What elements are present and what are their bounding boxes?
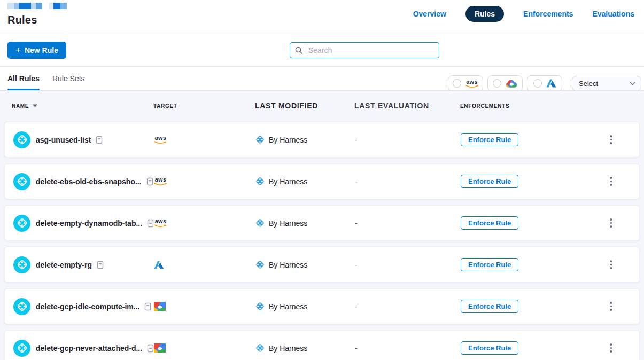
enforce-rule-button[interactable]: Enforce Rule [461,300,518,313]
column-header-last-modified: LAST MODIFIED [249,101,354,110]
last-modified-by: By Harness [269,344,307,353]
nav-evaluations[interactable]: Evaluations [592,6,634,21]
plus-icon: + [15,45,21,54]
governance-rule-icon [17,135,27,145]
aws-logo: aws [154,218,167,228]
top-nav: Overview Rules Enforcements Evaluations [413,6,634,22]
aws-logo: aws [154,135,167,144]
table-body: asg-unused-list aws [0,121,644,360]
table-row[interactable]: delete-ebs-old-ebs-snapsho... aws [4,163,640,199]
table-row[interactable]: delete-empty-dynamodb-tab... aws [4,205,640,241]
last-modified-by: By Harness [269,177,307,186]
rules-table: NAME TARGET LAST MODIFIED LAST EVALUATIO… [0,91,644,360]
rule-avatar [13,298,30,315]
harness-icon [255,343,265,353]
row-menu-kebab-icon[interactable] [607,132,616,147]
last-modified-by: By Harness [269,136,307,144]
search-input[interactable] [308,46,434,54]
row-menu-kebab-icon[interactable] [607,215,616,231]
azure-logo [154,261,164,269]
rule-name[interactable]: delete-gcp-idle-compute-im... [36,302,139,311]
copy-icon[interactable] [97,261,104,269]
copy-icon[interactable] [96,136,103,144]
column-header-name[interactable]: NAME [12,103,37,109]
last-modified-cell: By Harness [249,218,355,228]
row-menu-kebab-icon[interactable] [607,174,616,189]
enforce-rule-button[interactable]: Enforce Rule [461,175,518,188]
nav-enforcements[interactable]: Enforcements [523,6,573,21]
last-modified-by: By Harness [269,219,307,228]
rules-tabs: All Rules Rule Sets [0,67,644,91]
last-evaluation-cell: - [355,136,456,144]
enforce-rule-button[interactable]: Enforce Rule [461,258,518,271]
tab-all-rules[interactable]: All Rules [7,67,40,90]
tab-rule-sets[interactable]: Rule Sets [52,67,85,90]
rule-avatar [13,131,30,148]
last-modified-cell: By Harness [249,177,355,186]
last-evaluation-cell: - [355,261,456,269]
last-modified-by: By Harness [269,302,307,311]
gcp-logo [154,302,166,311]
copy-icon[interactable] [146,177,153,186]
column-header-enforcements: ENFORCEMENTS [456,103,583,109]
column-header-last-evaluation: LAST EVALUATION [354,101,456,110]
table-row[interactable]: asg-unused-list aws [4,122,640,158]
enforce-rule-button[interactable]: Enforce Rule [461,133,518,146]
last-modified-cell: By Harness [249,343,355,353]
page-title: Rules [7,14,37,26]
table-row[interactable]: delete-gcp-never-attached-d... aws [4,330,640,360]
governance-rule-icon [17,218,27,228]
rule-name[interactable]: delete-gcp-never-attached-d... [36,344,142,353]
target-cell: aws [154,343,249,353]
rule-avatar [13,256,30,273]
aws-logo: aws [154,177,167,186]
governance-rule-icon [17,301,27,311]
rule-name[interactable]: delete-ebs-old-ebs-snapsho... [36,177,142,186]
row-menu-kebab-icon[interactable] [607,299,616,314]
harness-icon [255,135,265,144]
nav-overview[interactable]: Overview [413,6,446,21]
rule-avatar [13,215,30,232]
row-menu-kebab-icon[interactable] [607,257,616,272]
governance-rule-icon [17,176,27,186]
target-cell: aws [154,218,249,228]
target-cell: aws [154,261,249,269]
column-header-target: TARGET [153,103,249,109]
enforce-rule-button[interactable]: Enforce Rule [461,216,518,230]
text-caret [307,46,307,54]
harness-icon [255,302,265,311]
breadcrumb-redacted [7,3,67,9]
table-header-row: NAME TARGET LAST MODIFIED LAST EVALUATIO… [0,91,644,121]
rule-name[interactable]: asg-unused-list [36,136,91,144]
table-row[interactable]: delete-empty-rg aws [4,247,640,283]
harness-icon [255,260,265,269]
toolbar: + New Rule aws [0,33,644,67]
page-header: Rules Overview Rules Enforcements Evalua… [0,0,644,33]
search-box[interactable] [290,42,439,58]
search-icon [294,46,303,54]
rule-name[interactable]: delete-empty-rg [36,261,92,269]
copy-icon[interactable] [147,344,154,353]
enforce-rule-button[interactable]: Enforce Rule [461,341,518,355]
nav-rules[interactable]: Rules [465,6,504,22]
rule-avatar [13,173,30,190]
governance-rule-icon [17,343,27,353]
row-menu-kebab-icon[interactable] [607,340,616,356]
copy-icon[interactable] [144,302,151,311]
rule-name[interactable]: delete-empty-dynamodb-tab... [36,219,142,228]
last-modified-cell: By Harness [249,260,355,269]
new-rule-button[interactable]: + New Rule [7,42,66,59]
last-evaluation-cell: - [355,344,456,353]
gcp-logo [154,343,166,353]
copy-icon[interactable] [147,219,154,228]
target-cell: aws [154,302,249,311]
rules-page: Rules Overview Rules Enforcements Evalua… [0,0,644,360]
harness-icon [255,177,265,186]
table-row[interactable]: delete-gcp-idle-compute-im... aws [4,288,640,324]
last-evaluation-cell: - [355,302,456,311]
last-modified-cell: By Harness [249,135,355,144]
harness-icon [255,218,265,228]
last-modified-by: By Harness [269,261,307,269]
rule-avatar [13,340,30,357]
sort-descending-icon [33,104,37,107]
